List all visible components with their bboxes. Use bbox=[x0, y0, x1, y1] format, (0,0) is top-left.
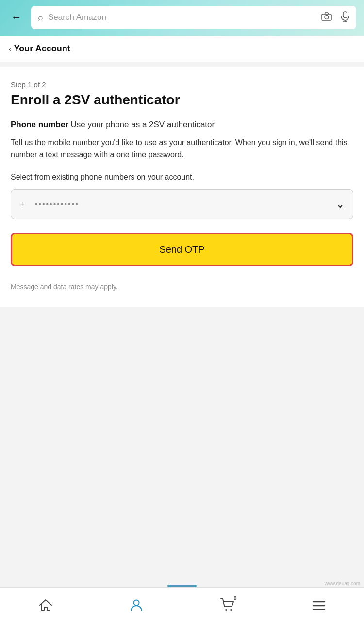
phone-section-subtitle: Use your phone as a 2SV authenticator bbox=[70, 120, 215, 129]
send-otp-button[interactable]: Send OTP bbox=[11, 233, 353, 266]
svg-point-1 bbox=[325, 15, 329, 19]
svg-point-5 bbox=[133, 600, 139, 606]
nav-cart[interactable]: 0 bbox=[211, 594, 245, 619]
nav-home[interactable] bbox=[29, 595, 62, 619]
watermark: www.deuaq.com bbox=[325, 581, 360, 586]
page-title: Enroll a 2SV authenticator bbox=[11, 92, 353, 108]
breadcrumb[interactable]: ‹ Your Account bbox=[0, 36, 364, 62]
step-label: Step 1 of 2 bbox=[11, 81, 353, 89]
disclaimer-text: Message and data rates may apply. bbox=[11, 282, 353, 292]
account-icon bbox=[130, 598, 143, 615]
main-content: Step 1 of 2 Enroll a 2SV authenticator P… bbox=[0, 67, 364, 307]
phone-section-title: Phone number bbox=[11, 120, 68, 129]
search-icon: ⌕ bbox=[38, 13, 43, 23]
back-button[interactable]: ← bbox=[8, 9, 25, 26]
bottom-nav: 0 bbox=[0, 587, 364, 626]
microphone-icon[interactable] bbox=[341, 11, 349, 24]
cart-count: 0 bbox=[233, 595, 236, 601]
select-label: Select from existing phone numbers on yo… bbox=[11, 172, 353, 182]
phone-dropdown[interactable]: + •••••••••••• ⌄ bbox=[11, 189, 353, 219]
search-placeholder: Search Amazon bbox=[48, 13, 313, 22]
breadcrumb-chevron-icon: ‹ bbox=[9, 45, 11, 53]
cart-icon bbox=[220, 600, 235, 615]
phone-header: Phone number Use your phone as a 2SV aut… bbox=[11, 119, 353, 131]
breadcrumb-label: Your Account bbox=[14, 44, 70, 54]
app-header: ← ⌕ Search Amazon bbox=[0, 0, 364, 36]
phone-description: Tell us the mobile number you'd like to … bbox=[11, 137, 353, 161]
menu-icon bbox=[312, 599, 326, 614]
svg-point-6 bbox=[225, 609, 227, 611]
chevron-down-icon: ⌄ bbox=[336, 198, 344, 210]
back-arrow-icon: ← bbox=[11, 11, 22, 24]
nav-account[interactable] bbox=[120, 594, 153, 619]
phone-number-display: + •••••••••••• bbox=[20, 200, 79, 209]
camera-icon[interactable] bbox=[321, 12, 332, 23]
nav-menu[interactable] bbox=[302, 595, 335, 618]
svg-rect-2 bbox=[343, 12, 347, 18]
cart-badge-wrap: 0 bbox=[220, 598, 235, 615]
svg-point-7 bbox=[230, 609, 232, 611]
search-bar[interactable]: ⌕ Search Amazon bbox=[31, 6, 356, 29]
home-icon bbox=[39, 599, 52, 615]
